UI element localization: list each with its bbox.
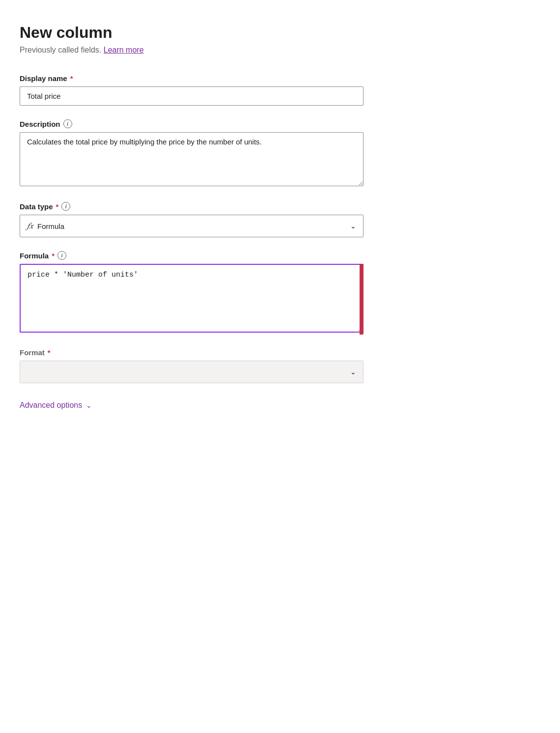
- data-type-select-wrapper: 𝑓𝑥 Formula ⌄: [20, 215, 364, 237]
- advanced-options-toggle[interactable]: Advanced options ⌄: [20, 401, 540, 410]
- advanced-options-label: Advanced options: [20, 401, 82, 410]
- format-select[interactable]: ⌄: [20, 361, 364, 383]
- formula-required: *: [52, 252, 55, 260]
- data-type-value: 𝑓𝑥 Formula: [27, 221, 64, 231]
- data-type-select[interactable]: 𝑓𝑥 Formula ⌄: [20, 215, 364, 237]
- description-textarea[interactable]: Calculates the total price by multiplyin…: [20, 132, 364, 186]
- display-name-input[interactable]: [20, 86, 364, 106]
- data-type-label: Data type * i: [20, 202, 364, 211]
- display-name-label: Display name *: [20, 74, 364, 83]
- display-name-section: Display name *: [20, 74, 364, 106]
- advanced-options-chevron-icon: ⌄: [86, 401, 92, 409]
- page-title: New column: [20, 24, 540, 42]
- data-type-info-icon[interactable]: i: [61, 202, 70, 211]
- formula-section: Formula * i price * 'Number of units': [20, 251, 364, 335]
- data-type-section: Data type * i 𝑓𝑥 Formula ⌄: [20, 202, 364, 237]
- format-required: *: [48, 348, 51, 357]
- learn-more-link[interactable]: Learn more: [104, 46, 144, 54]
- formula-info-icon[interactable]: i: [57, 251, 66, 260]
- description-info-icon[interactable]: i: [63, 119, 72, 128]
- data-type-chevron-icon: ⌄: [350, 222, 356, 230]
- formula-label: Formula * i: [20, 251, 364, 260]
- display-name-required: *: [70, 74, 73, 83]
- format-chevron-icon: ⌄: [350, 368, 356, 376]
- formula-field-wrapper: price * 'Number of units': [20, 264, 364, 335]
- formula-textarea[interactable]: price * 'Number of units': [20, 264, 364, 333]
- description-label: Description i: [20, 119, 364, 128]
- format-select-wrapper: ⌄: [20, 361, 364, 383]
- formula-error-bar: [360, 264, 364, 335]
- data-type-required: *: [56, 202, 59, 211]
- page-subtitle: Previously called fields. Learn more: [20, 46, 540, 55]
- format-label: Format *: [20, 348, 364, 357]
- fx-icon: 𝑓𝑥: [27, 221, 33, 231]
- description-section: Description i Calculates the total price…: [20, 119, 364, 188]
- format-section: Format * ⌄: [20, 348, 364, 383]
